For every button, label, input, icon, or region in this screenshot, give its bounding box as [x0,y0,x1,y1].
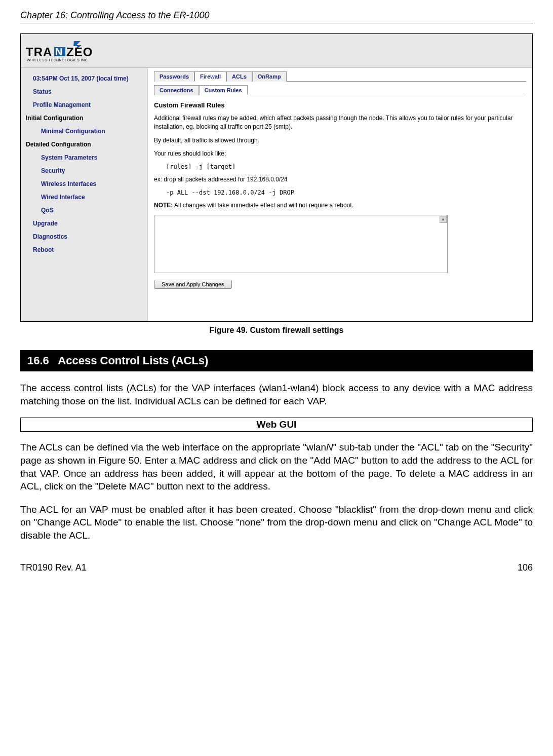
logo-area: TRA N ZEO WIRELESS TECHNOLOGIES INC. [21,34,532,68]
save-apply-button[interactable]: Save and Apply Changes [154,280,232,289]
header-rule [20,23,533,23]
note-line: NOTE: All changes will take immediate ef… [154,201,526,210]
content-p1: Additional firewall rules may be added, … [154,114,526,131]
doc-p2n: N [326,442,333,452]
footer-left: TR0190 Rev. A1 [20,562,87,573]
tab-row-primary: Passwords Firewall ACLs OnRamp [154,71,526,82]
footer: TR0190 Rev. A1 106 [20,562,533,573]
content-title: Custom Firewall Rules [154,101,526,109]
note-label: NOTE: [154,202,173,209]
tab-connections[interactable]: Connections [154,85,199,95]
svg-text:TRA: TRA [26,45,52,59]
webgui-box: Web GUI [20,418,533,432]
content-p4: ex: drop all packets addressed for 192.1… [154,175,526,184]
sidebar-item-qos[interactable]: QoS [21,204,147,217]
sidebar-item-detailed-config[interactable]: Detailed Configuration [21,138,147,151]
tab-firewall[interactable]: Firewall [194,71,226,82]
tab-row-secondary: Connections Custom Rules [154,85,526,95]
tab-passwords[interactable]: Passwords [154,71,194,82]
content-p2: By default, all traffic is allowed throu… [154,136,526,145]
tab-onramp[interactable]: OnRamp [252,71,287,82]
code-rules-template: [rules] -j [target] [166,163,526,170]
figure-caption: Figure 49. Custom firewall settings [20,326,533,335]
svg-text:ZEO: ZEO [66,45,93,59]
sidebar-item-wired[interactable]: Wired Interface [21,191,147,204]
scroll-up-icon[interactable]: ▲ [440,216,447,223]
sidebar-item-reboot[interactable]: Reboot [21,243,147,256]
textarea-wrapper: ▲ [154,215,448,275]
sidebar-item-initial-config[interactable]: Initial Configuration [21,111,147,125]
section-heading: 16.6 Access Control Lists (ACLs) [20,350,533,371]
rules-textarea[interactable] [154,215,448,273]
sidebar-item-time[interactable]: 03:54PM Oct 15, 2007 (local time) [21,72,147,85]
code-rules-example: -p ALL --dst 192.168.0.0/24 -j DROP [166,189,526,196]
section-number: 16.6 [27,354,49,367]
chapter-header: Chapter 16: Controlling Access to the ER… [20,10,533,21]
section-title: Access Control Lists (ACLs) [58,354,208,367]
sidebar-item-upgrade[interactable]: Upgrade [21,217,147,230]
sidebar: 03:54PM Oct 15, 2007 (local time) Status… [21,68,147,321]
svg-text:N: N [55,46,62,57]
sidebar-item-wireless[interactable]: Wireless Interfaces [21,177,147,191]
tab-acls[interactable]: ACLs [226,71,252,82]
app-body: 03:54PM Oct 15, 2007 (local time) Status… [21,68,532,321]
doc-p2: The ACLs can be defined via the web inte… [20,441,533,493]
sidebar-item-profile[interactable]: Profile Management [21,98,147,111]
sidebar-item-status[interactable]: Status [21,85,147,98]
doc-p2a: The ACLs can be defined via the web inte… [20,442,326,452]
tranzeo-logo: TRA N ZEO WIRELESS TECHNOLOGIES INC. [26,40,132,64]
sidebar-item-diagnostics[interactable]: Diagnostics [21,230,147,243]
doc-p1: The access control lists (ACLs) for the … [20,382,533,407]
svg-text:WIRELESS TECHNOLOGIES INC.: WIRELESS TECHNOLOGIES INC. [27,58,89,62]
content-area: Passwords Firewall ACLs OnRamp Connectio… [147,68,532,321]
tab-custom-rules[interactable]: Custom Rules [199,85,248,95]
screenshot-frame: TRA N ZEO WIRELESS TECHNOLOGIES INC. 03:… [20,33,533,322]
sidebar-item-security[interactable]: Security [21,164,147,177]
doc-p3: The ACL for an VAP must be enabled after… [20,503,533,542]
sidebar-item-minimal-config[interactable]: Minimal Configuration [21,125,147,138]
sidebar-item-system[interactable]: System Parameters [21,151,147,164]
content-p3: Your rules should look like: [154,149,526,158]
note-text: All changes will take immediate effect a… [173,202,353,209]
footer-right: 106 [518,562,533,573]
